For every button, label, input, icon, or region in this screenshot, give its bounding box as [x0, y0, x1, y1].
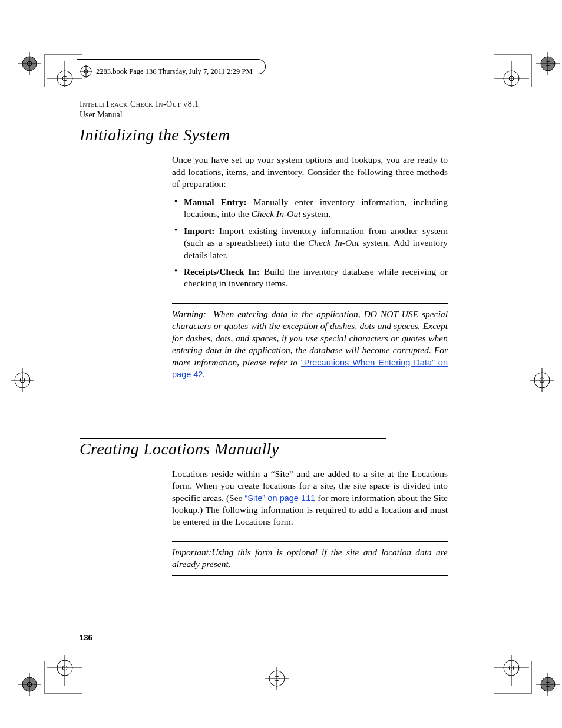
crop-mark-top-left	[12, 52, 82, 90]
bullet-italic: Check In-Out	[308, 238, 359, 248]
bullet-lead: Manual Entry:	[184, 197, 247, 207]
important-block: Important:Using this form is optional if…	[172, 541, 448, 576]
bullet-lead: Receipts/Check In:	[184, 266, 260, 276]
bullet-manual-entry: Manual Entry: Manually enter inventory i…	[172, 196, 448, 220]
header-rule	[80, 124, 386, 124]
section-title-initializing: Initializing the System	[80, 126, 448, 144]
product-name: IntelliTrack Check In-Out v8.1	[80, 100, 199, 108]
important-label: Important:	[172, 547, 211, 557]
locations-paragraph: Locations reside within a “Site” and are…	[172, 468, 448, 528]
intro-paragraph: Once you have set up your system options…	[172, 154, 448, 190]
link-site-page[interactable]: “Site” on page 111	[245, 493, 316, 503]
bullet-receipts: Receipts/Check In: Build the inventory d…	[172, 266, 448, 290]
warning-label: Warning:	[172, 309, 206, 319]
page-number: 136	[80, 633, 92, 642]
bullet-italic: Check In-Out	[252, 209, 301, 219]
running-header: IntelliTrack Check In-Out v8.1 User Manu…	[80, 99, 448, 120]
crop-mark-top-right	[494, 52, 562, 90]
important-body: Using this form is optional if the site …	[172, 547, 448, 569]
product-subtitle: User Manual	[80, 110, 123, 119]
warning-block: Warning: When entering data in the appli…	[172, 303, 448, 386]
section-rule	[80, 438, 386, 439]
crop-mark-mid-left	[11, 368, 34, 394]
section-title-creating-locations: Creating Locations Manually	[80, 440, 448, 459]
book-meta-border	[77, 59, 266, 74]
warning-after: .	[203, 369, 205, 379]
bullet-lead: Import:	[184, 226, 215, 236]
bullet-text-after: system.	[300, 209, 330, 219]
methods-list: Manual Entry: Manually enter inventory i…	[172, 196, 448, 290]
crop-mark-bottom-center	[265, 667, 289, 693]
crop-mark-mid-right	[530, 368, 554, 394]
crop-mark-bottom-left	[12, 655, 82, 699]
bullet-import: Import: Import existing inventory inform…	[172, 225, 448, 261]
crop-mark-bottom-right	[494, 655, 562, 699]
